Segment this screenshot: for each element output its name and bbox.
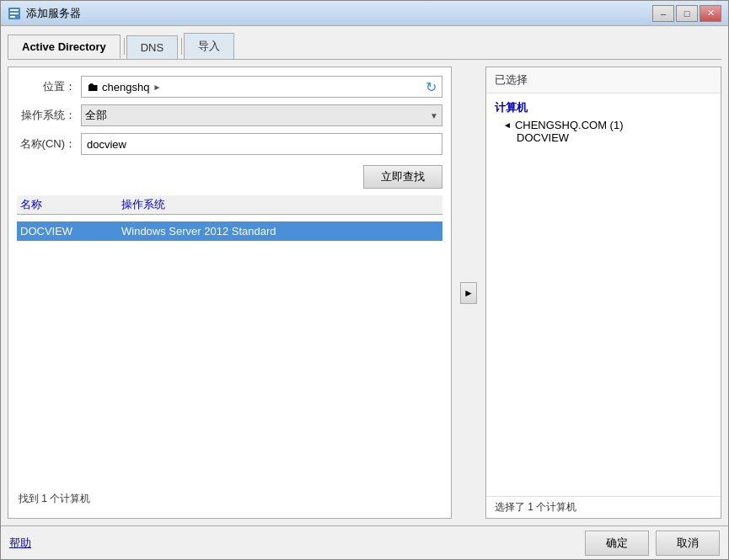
tab-separator-1 — [124, 38, 125, 55]
right-panel: 已选择 计算机 ◄ CHENGSHQ.COM (1) DOCVIEW — [485, 67, 721, 519]
main-layout: 位置： 🖿 chengshq ► ↻ 操作系统： 全部 ▼ — [8, 67, 721, 519]
svg-rect-1 — [10, 9, 19, 11]
os-select[interactable]: 全部 ▼ — [81, 104, 442, 126]
help-link[interactable]: 帮助 — [9, 536, 31, 551]
content-area: Active Directory DNS 导入 位置： 🖿 chengshq — [1, 26, 728, 525]
right-panel-status: 选择了 1 个计算机 — [486, 496, 721, 518]
location-folder-icon: 🖿 — [87, 80, 99, 93]
main-window: 添加服务器 – □ ✕ Active Directory DNS 导入 — [0, 0, 729, 560]
window-icon — [8, 7, 21, 20]
title-bar-left: 添加服务器 — [8, 6, 81, 21]
tab-dns[interactable]: DNS — [126, 35, 178, 59]
title-bar: 添加服务器 – □ ✕ — [1, 1, 728, 26]
tree-column-header-text: 计算机 — [495, 100, 528, 115]
col-header-os[interactable]: 操作系统 — [121, 197, 439, 212]
cancel-button[interactable]: 取消 — [656, 531, 720, 556]
result-name: DOCVIEW — [20, 225, 121, 237]
tree-child-text: DOCVIEW — [517, 131, 569, 144]
tab-bar: Active Directory DNS 导入 — [8, 33, 721, 60]
search-btn-row: 立即查找 — [17, 165, 442, 189]
bottom-buttons: 确定 取消 — [585, 531, 720, 556]
middle-section: ► — [458, 67, 479, 519]
left-panel-status: 找到 1 个计算机 — [17, 488, 442, 509]
tab-import[interactable]: 导入 — [184, 33, 234, 59]
window-title: 添加服务器 — [26, 6, 81, 21]
confirm-button[interactable]: 确定 — [585, 531, 649, 556]
location-value: chengshq — [102, 81, 149, 93]
name-row: 名称(CN)： — [17, 133, 442, 155]
left-panel: 位置： 🖿 chengshq ► ↻ 操作系统： 全部 ▼ — [8, 67, 452, 519]
add-to-selected-button[interactable]: ► — [460, 282, 477, 304]
tab-separator-2 — [181, 38, 182, 55]
name-label: 名称(CN)： — [17, 136, 76, 152]
bottom-bar: 帮助 确定 取消 — [1, 525, 728, 559]
tree-domain-text: CHENGSHQ.COM (1) — [515, 119, 624, 131]
os-row: 操作系统： 全部 ▼ — [17, 104, 442, 126]
os-dropdown-arrow: ▼ — [430, 111, 438, 120]
location-label: 位置： — [17, 79, 76, 94]
search-button[interactable]: 立即查找 — [363, 165, 442, 189]
name-input[interactable] — [81, 133, 442, 155]
tab-active-directory[interactable]: Active Directory — [8, 35, 121, 59]
svg-rect-3 — [10, 16, 15, 18]
close-button[interactable]: ✕ — [700, 5, 721, 22]
os-value: 全部 — [85, 108, 107, 123]
location-row: 位置： 🖿 chengshq ► ↻ — [17, 76, 442, 98]
tree-domain-item[interactable]: ◄ CHENGSHQ.COM (1) — [490, 119, 717, 131]
svg-rect-2 — [10, 13, 19, 14]
right-panel-header: 已选择 — [486, 67, 721, 93]
col-header-name[interactable]: 名称 — [20, 197, 121, 212]
location-input[interactable]: 🖿 chengshq ► ↻ — [81, 76, 442, 98]
tree-expand-icon: ◄ — [503, 120, 512, 130]
tree-column-header: 计算机 — [490, 97, 717, 119]
results-list: DOCVIEW Windows Server 2012 Standard — [17, 221, 442, 482]
refresh-button[interactable]: ↻ — [426, 79, 437, 95]
right-panel-content: 计算机 ◄ CHENGSHQ.COM (1) DOCVIEW — [486, 93, 721, 496]
results-header: 名称 操作系统 — [17, 195, 442, 215]
result-os: Windows Server 2012 Standard — [121, 225, 439, 237]
location-arrow-icon: ► — [153, 83, 161, 92]
tree-child-item[interactable]: DOCVIEW — [490, 131, 717, 144]
maximize-button[interactable]: □ — [676, 5, 698, 22]
result-row[interactable]: DOCVIEW Windows Server 2012 Standard — [17, 221, 442, 241]
window-controls: – □ ✕ — [652, 5, 721, 22]
os-label: 操作系统： — [17, 108, 76, 123]
minimize-button[interactable]: – — [652, 5, 674, 22]
